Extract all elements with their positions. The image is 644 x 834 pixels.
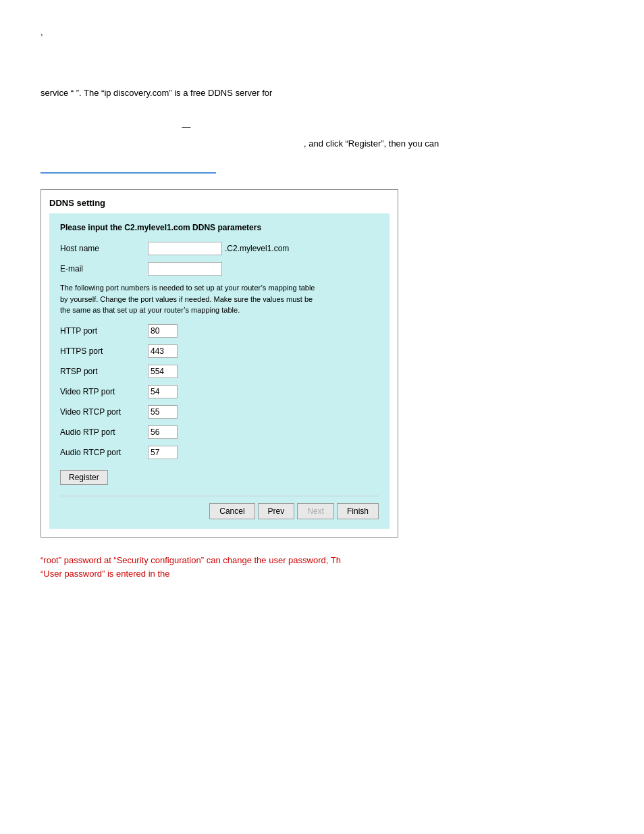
video-rtcp-label: Video RTCP port	[60, 407, 148, 417]
audio-rtcp-label: Audio RTCP port	[60, 448, 148, 457]
email-input[interactable]	[148, 262, 222, 276]
cancel-button[interactable]: Cancel	[209, 503, 254, 519]
finish-button[interactable]: Finish	[337, 503, 379, 519]
video-rtp-input[interactable]	[148, 385, 178, 398]
audio-rtp-row: Audio RTP port	[60, 425, 379, 439]
rtsp-port-input[interactable]	[148, 365, 178, 378]
blue-underline-divider	[41, 172, 216, 174]
audio-rtp-input[interactable]	[148, 425, 178, 439]
ddns-setting-box: DDNS setting Please input the C2.mylevel…	[41, 189, 398, 538]
host-name-row: Host name .C2.mylevel1.com	[60, 242, 379, 255]
video-rtp-label: Video RTP port	[60, 387, 148, 396]
dash-text: —	[41, 122, 603, 132]
host-name-label: Host name	[60, 244, 148, 253]
register-btn-row: Register	[60, 466, 379, 485]
bottom-nav-buttons: Cancel Prev Next Finish	[60, 496, 379, 519]
comma-text: ,	[41, 27, 603, 37]
ddns-outer-title: DDNS setting	[49, 198, 390, 208]
video-rtp-row: Video RTP port	[60, 385, 379, 398]
audio-rtp-label: Audio RTP port	[60, 427, 148, 437]
https-port-label: HTTPS port	[60, 346, 148, 356]
audio-rtcp-row: Audio RTCP port	[60, 446, 379, 459]
register-button[interactable]: Register	[60, 470, 108, 485]
next-button[interactable]: Next	[297, 503, 334, 519]
ddns-inner-panel: Please input the C2.mylevel1.com DDNS pa…	[49, 213, 390, 529]
http-port-input[interactable]	[148, 324, 178, 338]
footer-red-text: “root” password at “Security configurati…	[41, 554, 603, 582]
host-name-input[interactable]	[148, 242, 222, 255]
info-text-block: The following port numbers is needed to …	[60, 282, 379, 316]
rtsp-port-label: RTSP port	[60, 367, 148, 376]
register-line-text: , and click “Register”, then you can	[41, 138, 603, 149]
rtsp-port-row: RTSP port	[60, 365, 379, 378]
service-line-text: service “ ”. The “ip discovery.com” is a…	[41, 88, 603, 98]
email-row: E-mail	[60, 262, 379, 276]
ddns-subtitle: Please input the C2.mylevel1.com DDNS pa…	[60, 223, 379, 232]
video-rtcp-input[interactable]	[148, 405, 178, 419]
email-label: E-mail	[60, 264, 148, 273]
video-rtcp-row: Video RTCP port	[60, 405, 379, 419]
audio-rtcp-input[interactable]	[148, 446, 178, 459]
https-port-input[interactable]	[148, 344, 178, 358]
hostname-suffix: .C2.mylevel1.com	[225, 244, 289, 253]
https-port-row: HTTPS port	[60, 344, 379, 358]
http-port-label: HTTP port	[60, 326, 148, 336]
prev-button[interactable]: Prev	[258, 503, 295, 519]
http-port-row: HTTP port	[60, 324, 379, 338]
